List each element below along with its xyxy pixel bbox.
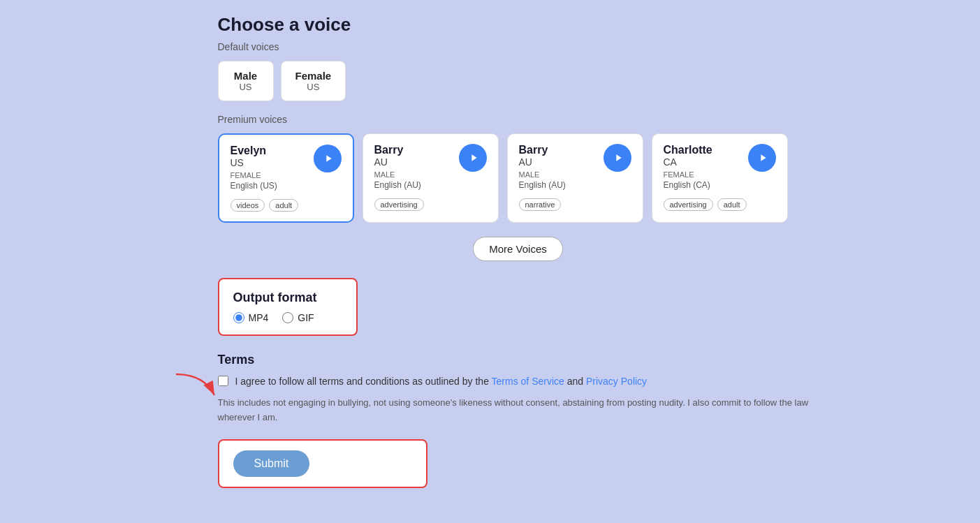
voice-charlotte-gender: FEMALE bbox=[664, 170, 712, 179]
default-voice-male-name: Male bbox=[233, 70, 259, 82]
voice-evelyn-tag-0: videos bbox=[231, 199, 265, 212]
default-voice-female[interactable]: Female US bbox=[281, 61, 346, 101]
voice-barry-narr-name: Barry bbox=[519, 144, 566, 156]
voice-evelyn-name: Evelyn bbox=[231, 145, 277, 157]
premium-voices-label: Premium voices bbox=[218, 114, 819, 125]
default-voices-row: Male US Female US bbox=[218, 61, 819, 101]
arrow-container: I agree to follow all terms and conditio… bbox=[218, 374, 819, 389]
default-voice-female-name: Female bbox=[295, 70, 332, 82]
voice-barry-narr-gender: MALE bbox=[519, 170, 566, 179]
voice-card-barry-advertising[interactable]: Barry AU MALE English (AU) advertising bbox=[363, 133, 499, 223]
output-format-title: Output format bbox=[233, 290, 342, 305]
voice-evelyn-tag-1: adult bbox=[269, 199, 298, 212]
default-voice-female-region: US bbox=[295, 82, 332, 92]
format-label-mp4: MP4 bbox=[249, 312, 269, 323]
voice-charlotte-tag-1: adult bbox=[717, 198, 747, 211]
voice-card-barry-narrative[interactable]: Barry AU MALE English (AU) narrative bbox=[507, 133, 643, 223]
voice-barry-narr-region: AU bbox=[519, 156, 566, 168]
voice-card-evelyn[interactable]: Evelyn US FEMALE English (US) videos adu… bbox=[218, 133, 354, 223]
play-button-evelyn[interactable] bbox=[314, 145, 342, 172]
default-voice-male-region: US bbox=[233, 82, 259, 92]
submit-section: Submit bbox=[218, 439, 427, 488]
default-voices-label: Default voices bbox=[218, 41, 819, 52]
voice-barry-narr-tag-0: narrative bbox=[519, 198, 562, 211]
terms-and: and bbox=[567, 376, 583, 387]
voice-evelyn-region: US bbox=[231, 157, 277, 168]
voice-barry-adv-language: English (AU) bbox=[374, 180, 421, 190]
voice-charlotte-language: English (CA) bbox=[664, 180, 712, 190]
format-radio-mp4[interactable] bbox=[233, 312, 244, 323]
voice-barry-adv-gender: MALE bbox=[374, 170, 421, 179]
terms-of-service-link[interactable]: Terms of Service bbox=[492, 376, 564, 387]
format-radio-gif[interactable] bbox=[282, 312, 293, 323]
voice-charlotte-tag-0: advertising bbox=[664, 198, 713, 211]
output-format-section: Output format MP4 GIF bbox=[218, 278, 358, 336]
voice-barry-adv-name: Barry bbox=[374, 144, 421, 156]
submit-button[interactable]: Submit bbox=[233, 450, 310, 477]
format-option-mp4[interactable]: MP4 bbox=[233, 312, 269, 323]
terms-section: Terms I agree to follow all terms and co… bbox=[218, 353, 819, 425]
play-button-barry-narrative[interactable] bbox=[604, 144, 631, 172]
premium-voices-row: Evelyn US FEMALE English (US) videos adu… bbox=[218, 133, 819, 223]
terms-checkbox-row: I agree to follow all terms and conditio… bbox=[218, 374, 819, 389]
page-title: Choose a voice bbox=[218, 14, 819, 36]
terms-prefix: I agree to follow all terms and conditio… bbox=[235, 376, 489, 387]
terms-subtext: This includes not engaging in bullying, … bbox=[218, 396, 819, 425]
terms-agreement-text: I agree to follow all terms and conditio… bbox=[235, 374, 648, 389]
format-label-gif: GIF bbox=[298, 312, 314, 323]
privacy-policy-link[interactable]: Privacy Policy bbox=[586, 376, 647, 387]
voice-evelyn-language: English (US) bbox=[231, 181, 277, 191]
play-button-charlotte[interactable] bbox=[748, 144, 776, 172]
annotation-arrow bbox=[169, 367, 225, 409]
voice-barry-narr-language: English (AU) bbox=[519, 180, 566, 190]
default-voice-male[interactable]: Male US bbox=[218, 61, 274, 101]
terms-title: Terms bbox=[218, 353, 819, 367]
voice-barry-adv-region: AU bbox=[374, 156, 421, 168]
voice-card-charlotte[interactable]: Charlotte CA FEMALE English (CA) adverti… bbox=[652, 133, 788, 223]
voice-charlotte-name: Charlotte bbox=[664, 144, 712, 156]
more-voices-container: More Voices bbox=[218, 237, 819, 261]
format-options: MP4 GIF bbox=[233, 312, 342, 323]
voice-charlotte-region: CA bbox=[664, 156, 712, 168]
play-button-barry-advertising[interactable] bbox=[459, 144, 487, 172]
format-option-gif[interactable]: GIF bbox=[282, 312, 314, 323]
voice-barry-adv-tag-0: advertising bbox=[374, 198, 424, 211]
more-voices-button[interactable]: More Voices bbox=[473, 237, 563, 261]
terms-checkbox[interactable] bbox=[218, 376, 228, 386]
voice-evelyn-gender: FEMALE bbox=[231, 171, 277, 179]
